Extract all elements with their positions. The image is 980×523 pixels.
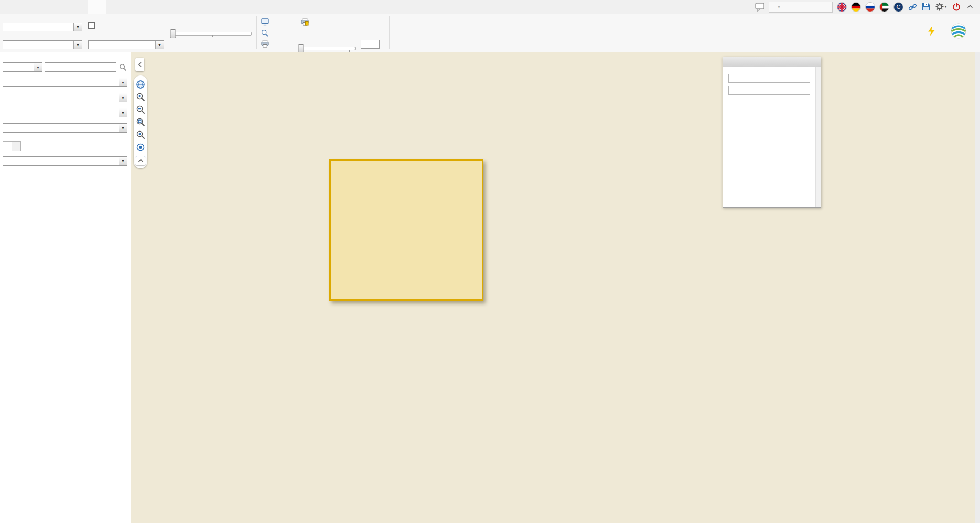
- print-fields-body: [723, 67, 821, 99]
- collapse-ribbon-icon[interactable]: [965, 2, 975, 12]
- save-icon[interactable]: [921, 2, 931, 12]
- magnifier-icon: [260, 28, 270, 38]
- collapse-panel-button[interactable]: [135, 58, 144, 71]
- overview-globe-icon[interactable]: [136, 79, 146, 89]
- map-canvas[interactable]: [131, 52, 975, 523]
- topbar-icons: ▼ C ▼: [755, 2, 980, 13]
- tab-daten-hinzufuegen[interactable]: [44, 0, 59, 14]
- power-icon[interactable]: [952, 2, 961, 12]
- chevron-down-icon: ▼: [73, 23, 82, 31]
- chevron-down-icon: ▼: [155, 41, 164, 49]
- creator-field-input[interactable]: [728, 86, 810, 95]
- brand-logos: [927, 23, 972, 39]
- display-icon: [260, 17, 270, 27]
- ribbon-separator: [389, 16, 390, 49]
- collapse-toolbar-button[interactable]: [135, 156, 146, 165]
- chevron-left-icon: [137, 61, 143, 68]
- tab-zeichnen[interactable]: [15, 0, 29, 14]
- print-grid-overlay[interactable]: [329, 159, 483, 301]
- show-button[interactable]: [260, 17, 272, 26]
- hires-print-checkbox[interactable]: [88, 22, 95, 29]
- output-type-select[interactable]: ▼: [88, 40, 164, 49]
- search-icon[interactable]: [119, 63, 127, 72]
- view-select[interactable]: ▼: [3, 93, 127, 102]
- batch-printer-icon: [300, 17, 309, 27]
- svg-text:C: C: [897, 4, 901, 10]
- print-button[interactable]: [260, 39, 272, 48]
- tab-navigation[interactable]: [0, 0, 15, 14]
- ribbon-separator: [256, 16, 257, 49]
- chevron-down-icon: ▼: [119, 108, 127, 117]
- map-scrollbar[interactable]: [975, 52, 980, 523]
- chevron-down-icon: ▼: [777, 5, 781, 9]
- chevron-down-icon: ▼: [119, 78, 127, 86]
- print-scale-field[interactable]: ▼: [3, 40, 82, 49]
- chat-bubble-icon[interactable]: [755, 2, 764, 12]
- chevron-down-icon: ▼: [73, 41, 82, 49]
- panel-scrollbar[interactable]: [815, 67, 821, 207]
- title-field-input[interactable]: [728, 74, 810, 83]
- batch-print-button[interactable]: [300, 17, 312, 26]
- zoom-button[interactable]: [260, 28, 272, 37]
- tab-drucken[interactable]: [88, 0, 106, 14]
- flag-ru-icon[interactable]: [865, 2, 875, 12]
- copyright-icon[interactable]: C: [893, 2, 903, 12]
- zoom-in-icon[interactable]: [136, 92, 146, 102]
- project-select[interactable]: ▼: [3, 78, 127, 87]
- fulltext-search-input[interactable]: [45, 62, 116, 72]
- ribbon-tabbar: ▼ C ▼: [0, 0, 980, 14]
- tab-suchen[interactable]: [3, 141, 12, 151]
- zoom-out-icon[interactable]: [136, 104, 146, 114]
- slider-tick: [212, 35, 213, 37]
- fulltext-search-row: ▼: [3, 62, 127, 72]
- selection-select[interactable]: ▼: [3, 156, 127, 166]
- ribbon-separator: [295, 16, 295, 49]
- ribbon-separator: [169, 16, 169, 49]
- previous-extent-icon[interactable]: [136, 129, 146, 139]
- scale-select[interactable]: ▼: [3, 123, 127, 133]
- chevron-down-icon: ▼: [119, 157, 127, 165]
- slider-tick: [252, 35, 252, 37]
- rotation-slider-handle[interactable]: [170, 29, 176, 38]
- map-extents-select[interactable]: ▼: [3, 108, 127, 117]
- printer-icon: [260, 39, 270, 49]
- synergis-bolt-icon: [928, 26, 935, 36]
- template-select[interactable]: ▼: [3, 23, 82, 31]
- chevron-down-icon: ▼: [34, 63, 42, 71]
- synergis-logo: [927, 26, 935, 36]
- chevron-down-icon: ▼: [119, 124, 127, 132]
- themes-filter-select[interactable]: ▼: [3, 62, 42, 72]
- esri-globe-icon: [951, 23, 966, 39]
- ribbon-tabs: [0, 0, 106, 14]
- slider-tick: [349, 50, 350, 52]
- hires-print-row: [88, 22, 98, 29]
- slider-tick: [326, 50, 326, 52]
- print-fields-header: [723, 57, 821, 67]
- overlap-slider[interactable]: [301, 45, 356, 52]
- visible-themes-dropdown[interactable]: ▼: [769, 2, 833, 13]
- settings-gear-icon[interactable]: ▼: [935, 2, 947, 12]
- overlap-value-input[interactable]: [361, 40, 380, 49]
- link-icon[interactable]: [908, 2, 917, 12]
- print-fields-panel: [723, 57, 821, 208]
- esri-logo: [951, 23, 972, 39]
- chevron-down-icon: ▼: [119, 93, 127, 102]
- left-panel: ▼ ▼ ▼ ▼ ▼ ▼: [0, 52, 131, 523]
- zoom-window-icon[interactable]: [136, 117, 146, 127]
- tab-themenbaum[interactable]: [12, 141, 21, 151]
- map-area: [131, 52, 980, 523]
- tab-selektieren[interactable]: [29, 0, 44, 14]
- overlap-slider-handle[interactable]: [298, 44, 304, 53]
- rotation-slider[interactable]: [173, 30, 252, 37]
- flag-uae-icon[interactable]: [879, 2, 889, 12]
- tab-weitere-werkzeuge[interactable]: [73, 0, 88, 14]
- locate-icon[interactable]: [136, 142, 146, 152]
- tab-ausgabe[interactable]: [59, 0, 73, 14]
- sidebar-tabs: [3, 141, 127, 151]
- overlap-slider-track[interactable]: [301, 47, 356, 50]
- flag-uk-icon[interactable]: [837, 2, 847, 12]
- flag-de-icon[interactable]: [851, 2, 861, 12]
- map-toolbar: [134, 75, 147, 168]
- ribbon-drucken: ▼ ▼ ▼: [0, 14, 980, 53]
- chevron-up-icon: [137, 158, 144, 164]
